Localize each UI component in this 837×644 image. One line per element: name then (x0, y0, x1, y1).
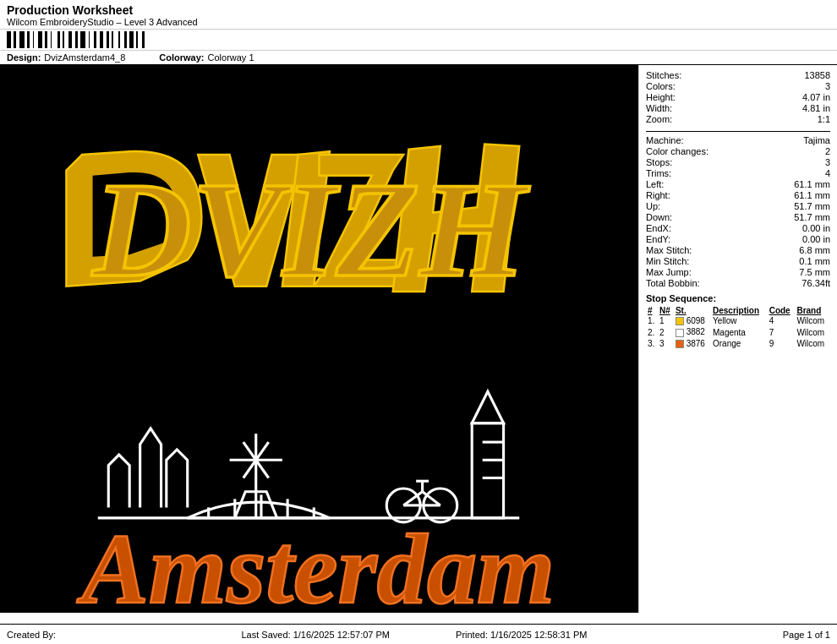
stats-top: Stitches: 13858 Colors: 3 Height: 4.07 i… (646, 70, 830, 124)
stat-up: Up: 51.7 mm (646, 201, 830, 211)
color-changes-value: 2 (825, 146, 830, 156)
row-num: 1. (646, 315, 658, 326)
colorway-label: Colorway: (159, 52, 204, 63)
stops-value: 3 (825, 157, 830, 167)
col-n: N# (658, 306, 674, 315)
row-code: 9 (768, 338, 796, 349)
col-hash: # (646, 306, 658, 315)
col-description: Description (711, 306, 768, 315)
stat-color-changes: Color changes: 2 (646, 146, 830, 156)
page-number: Page 1 of 1 (783, 630, 830, 640)
color-swatch (676, 317, 684, 325)
barcode (7, 31, 146, 48)
row-code: 4 (768, 315, 796, 326)
trims-value: 4 (825, 168, 830, 178)
stat-trims: Trims: 4 (646, 168, 830, 178)
stat-endy: EndY: 0.00 in (646, 234, 830, 244)
footer-printed: Printed: 1/16/2025 12:58:31 PM (418, 630, 625, 640)
right-value: 61.1 mm (794, 190, 830, 200)
row-color: 6098 (674, 315, 711, 326)
col-st: St. (674, 306, 711, 315)
right-label: Right: (646, 190, 714, 200)
stat-colors: Colors: 3 (646, 81, 830, 91)
design-name-row: Design: DvizAmsterdam4_8 (7, 52, 125, 63)
max-stitch-value: 6.8 mm (799, 245, 830, 255)
col-code: Code (768, 306, 796, 315)
stat-height: Height: 4.07 in (646, 92, 830, 102)
min-stitch-label: Min Stitch: (646, 256, 714, 266)
color-swatch (676, 329, 684, 337)
row-num: 3. (646, 338, 658, 349)
header: Production Worksheet Wilcom EmbroiderySt… (0, 0, 837, 30)
down-label: Down: (646, 212, 714, 222)
colorway-row: Colorway: Colorway 1 (159, 52, 254, 63)
endy-value: 0.00 in (802, 234, 830, 244)
row-brand: Wilcom (795, 315, 830, 326)
sequence-row-2: 2. 2 3882 Magenta 7 Wilcom (646, 326, 830, 337)
stat-right: Right: 61.1 mm (646, 190, 830, 200)
design-name-value: DvizAmsterdam4_8 (44, 52, 125, 63)
endx-label: EndX: (646, 223, 714, 233)
width-label: Width: (646, 103, 714, 113)
row-description: Orange (711, 338, 768, 349)
sequence-row-1: 1. 1 6098 Yellow 4 Wilcom (646, 315, 830, 326)
stat-stitches: Stitches: 13858 (646, 70, 830, 80)
stat-min-stitch: Min Stitch: 0.1 mm (646, 256, 830, 266)
row-num: 2. (646, 326, 658, 337)
trims-label: Trims: (646, 168, 714, 178)
stat-width: Width: 4.81 in (646, 103, 830, 113)
page-title: Production Worksheet (7, 3, 830, 17)
stat-max-stitch: Max Stitch: 6.8 mm (646, 245, 830, 255)
zoom-value: 1:1 (818, 114, 830, 124)
stat-endx: EndX: 0.00 in (646, 223, 830, 233)
design-svg: DVIZH (0, 65, 638, 613)
col-brand: Brand (795, 306, 830, 315)
svg-rect-18 (472, 423, 503, 518)
row-code: 7 (768, 326, 796, 337)
endx-value: 0.00 in (802, 223, 830, 233)
row-n: 1 (658, 315, 674, 326)
last-saved-value: 1/16/2025 12:57:07 PM (293, 630, 390, 640)
color-changes-label: Color changes: (646, 146, 714, 156)
colors-label: Colors: (646, 81, 714, 91)
footer-last-saved: Last Saved: 1/16/2025 12:57:07 PM (213, 630, 419, 640)
row-n: 2 (658, 326, 674, 337)
dvizh-label: DVIZH (91, 154, 531, 305)
left-value: 61.1 mm (794, 179, 830, 189)
down-value: 51.7 mm (794, 212, 830, 222)
row-brand: Wilcom (795, 338, 830, 349)
main-content: DVIZH (0, 65, 837, 613)
machine-label: Machine: (646, 135, 714, 145)
zoom-label: Zoom: (646, 114, 714, 124)
endy-label: EndY: (646, 234, 714, 244)
stat-left: Left: 61.1 mm (646, 179, 830, 189)
stat-zoom: Zoom: 1:1 (646, 114, 830, 124)
design-info: Design: DvizAmsterdam4_8 Colorway: Color… (0, 51, 837, 65)
height-label: Height: (646, 92, 714, 102)
embroidery-preview: DVIZH (0, 65, 638, 613)
machine-value: Tajima (803, 135, 830, 145)
stat-total-bobbin: Total Bobbin: 76.34ft (646, 278, 830, 288)
left-label: Left: (646, 179, 714, 189)
colors-value: 3 (825, 81, 830, 91)
max-jump-label: Max Jump: (646, 267, 714, 277)
created-by-label: Created By: (7, 630, 56, 640)
amsterdam-label: Amsterdam (76, 514, 555, 613)
stats-mid: Machine: Tajima Color changes: 2 Stops: … (646, 135, 830, 288)
up-label: Up: (646, 201, 714, 211)
row-description: Yellow (711, 315, 768, 326)
total-bobbin-value: 76.34ft (801, 278, 830, 288)
svg-marker-19 (472, 391, 503, 423)
color-swatch (676, 340, 684, 348)
row-description: Magenta (711, 326, 768, 337)
stat-machine: Machine: Tajima (646, 135, 830, 145)
amsterdam-skyline (98, 391, 519, 522)
row-color: 3882 (674, 326, 711, 337)
row-brand: Wilcom (795, 326, 830, 337)
footer-created-by: Created By: (7, 630, 213, 640)
sequence-row-3: 3. 3 3876 Orange 9 Wilcom (646, 338, 830, 349)
width-value: 4.81 in (802, 103, 830, 113)
height-value: 4.07 in (802, 92, 830, 102)
colorway-value: Colorway 1 (208, 52, 254, 63)
stop-sequence-title: Stop Sequence: (646, 293, 830, 303)
